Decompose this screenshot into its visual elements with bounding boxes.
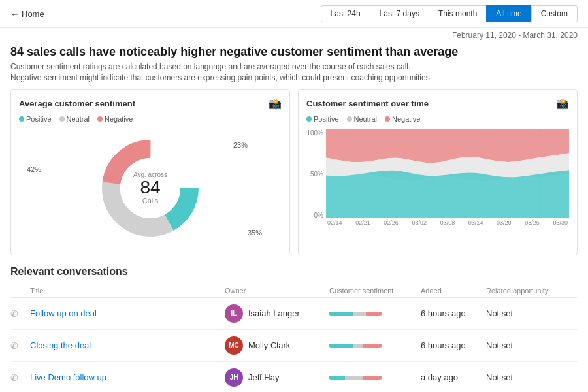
title-section: 84 sales calls have noticeably higher ne… [0, 42, 588, 89]
donut-chart-title: Average customer sentiment 📸 [19, 97, 282, 110]
phone-icon: ✆ [10, 372, 30, 383]
table-header: Title Owner Customer sentiment Added Rel… [10, 284, 578, 298]
phone-icon: ✆ [10, 340, 30, 351]
filter-thismonth[interactable]: This month [429, 5, 486, 22]
sent-negative [363, 376, 382, 380]
phone-icon: ✆ [10, 308, 30, 319]
subtitle-line2: Negative sentiment might indicate that c… [10, 73, 578, 84]
subtitle-line1: Customer sentiment ratings are calculate… [10, 61, 578, 73]
sent-negative [366, 312, 382, 316]
subtitle: Customer sentiment ratings are calculate… [10, 61, 578, 84]
page-title: 84 sales calls have noticeably higher ne… [10, 45, 578, 59]
row3-added: a day ago [421, 372, 486, 382]
row2-owner: MC Molly Clark [225, 336, 329, 355]
row3-title[interactable]: Live Demo follow up [30, 372, 225, 382]
sent-neutral [345, 376, 363, 380]
table-row: ✆ Closing the deal MC Molly Clark 6 hour… [10, 330, 578, 362]
row1-sentiment [329, 312, 421, 316]
col-added: Added [421, 287, 486, 295]
col-sentiment: Customer sentiment [329, 287, 421, 295]
time-filter-group: Last 24h Last 7 days This month All time… [321, 5, 578, 22]
row2-sentiment [329, 344, 421, 348]
back-arrow-icon: ← [10, 9, 19, 19]
area-chart-wrapper: 100% 50% 0% [306, 129, 569, 231]
x-axis: 02/14 02/21 02/26 03/02 03/08 03/14 03/2… [326, 220, 569, 226]
back-button[interactable]: ← Home [10, 9, 44, 19]
col-title: Title [30, 287, 225, 295]
col-opportunity: Related opportunity [486, 287, 578, 295]
row3-opportunity: Not set [486, 372, 578, 382]
row2-title[interactable]: Closing the deal [30, 340, 225, 350]
sent-negative [363, 344, 382, 348]
filter-last24h[interactable]: Last 24h [321, 5, 370, 22]
conversations-section: Relevant conversations Title Owner Custo… [0, 266, 588, 392]
date-range: February 11, 2020 - March 31, 2020 [0, 28, 588, 42]
pct-negative: 42% [27, 165, 41, 173]
row3-sentiment [329, 376, 421, 380]
legend-negative: Negative [97, 115, 133, 123]
sent-neutral [353, 344, 363, 348]
sent-positive [329, 376, 345, 380]
y-axis: 100% 50% 0% [306, 129, 326, 231]
area-chart-svg-container: 02/14 02/21 02/26 03/02 03/08 03/14 03/2… [326, 129, 569, 231]
table-row: ✆ Follow up on deal IL Isaiah Langer 6 h… [10, 298, 578, 330]
sent-positive [329, 344, 353, 348]
area-export-icon[interactable]: 📸 [556, 97, 569, 110]
donut-export-icon[interactable]: 📸 [269, 97, 282, 110]
donut-legend: Positive Neutral Negative [19, 115, 282, 123]
sent-neutral [353, 312, 366, 316]
row2-added: 6 hours ago [421, 340, 486, 350]
area-legend-negative: Negative [385, 115, 420, 123]
row1-owner: IL Isaiah Langer [225, 304, 329, 323]
sentiment-bar [329, 376, 382, 380]
legend-positive: Positive [19, 115, 52, 123]
conversations-title: Relevant conversations [10, 266, 578, 278]
sentiment-bar [329, 312, 382, 316]
header: ← Home Last 24h Last 7 days This month A… [0, 0, 588, 28]
area-legend: Positive Neutral Negative [306, 115, 569, 123]
table-row: ✆ Live Demo follow up JH Jeff Hay a day … [10, 362, 578, 392]
area-chart-title: Customer sentiment over time 📸 [306, 97, 569, 110]
row1-added: 6 hours ago [421, 308, 486, 318]
back-label: Home [22, 9, 44, 19]
sentiment-bar [329, 344, 382, 348]
area-legend-positive: Positive [306, 115, 339, 123]
avatar-jh: JH [225, 368, 243, 387]
avatar-mc: MC [225, 336, 243, 355]
area-chart-card: Customer sentiment over time 📸 Positive … [298, 89, 578, 255]
filter-custom[interactable]: Custom [531, 5, 578, 22]
donut-center-text: Avg. across 84 Calls [133, 171, 167, 204]
filter-last7days[interactable]: Last 7 days [370, 5, 429, 22]
col-owner: Owner [225, 287, 329, 295]
row1-title[interactable]: Follow up on deal [30, 308, 225, 318]
area-legend-neutral: Neutral [347, 115, 377, 123]
filter-alltime[interactable]: All time [486, 5, 531, 22]
pct-positive: 23% [233, 141, 248, 149]
row2-opportunity: Not set [486, 340, 578, 350]
charts-row: Average customer sentiment 📸 Positive Ne… [0, 89, 588, 255]
avatar-il: IL [225, 304, 243, 323]
legend-neutral: Neutral [59, 115, 90, 123]
row3-owner: JH Jeff Hay [225, 368, 329, 387]
pct-neutral: 35% [248, 229, 262, 237]
row1-opportunity: Not set [486, 308, 578, 318]
sent-positive [329, 312, 353, 316]
area-svg [326, 129, 569, 218]
donut-chart-card: Average customer sentiment 📸 Positive Ne… [10, 89, 290, 255]
donut-container: Avg. across 84 Calls 23% 35% 42% [19, 129, 282, 247]
